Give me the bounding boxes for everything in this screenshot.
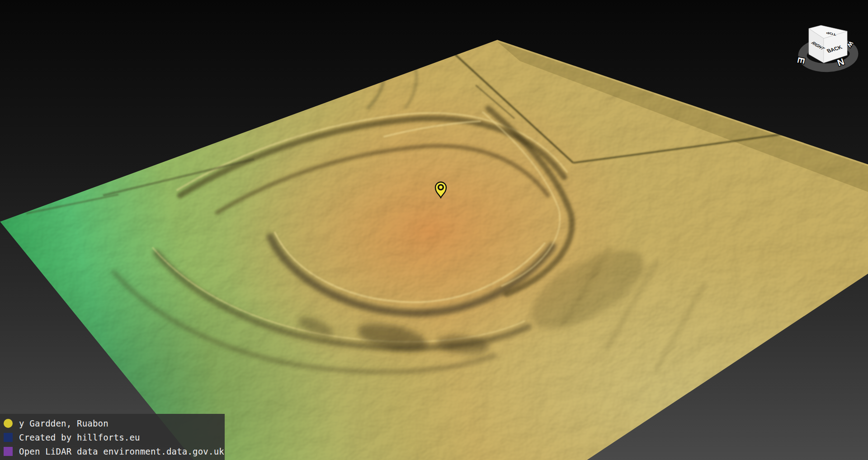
site-marker-icon bbox=[4, 419, 13, 428]
legend-item-source: Open LiDAR data environment.data.gov.uk bbox=[0, 444, 225, 458]
data-source-marker-icon bbox=[4, 447, 13, 456]
legend-credit-label: Created by hillforts.eu bbox=[19, 432, 140, 442]
legend-source-label: Open LiDAR data environment.data.gov.uk bbox=[19, 446, 224, 456]
legend-item-site: y Gardden, Ruabon bbox=[0, 416, 225, 430]
credit-marker-icon bbox=[4, 433, 13, 442]
legend-site-label: y Gardden, Ruabon bbox=[19, 418, 108, 428]
lidar-3d-viewer[interactable]: W TOP RIGHT BACK E N y Gardden, Ruabon C… bbox=[0, 0, 868, 460]
scene-canvas[interactable]: W TOP RIGHT BACK E N bbox=[0, 0, 868, 460]
legend-panel: y Gardden, Ruabon Created by hillforts.e… bbox=[0, 414, 225, 460]
legend-item-credit: Created by hillforts.eu bbox=[0, 430, 225, 444]
